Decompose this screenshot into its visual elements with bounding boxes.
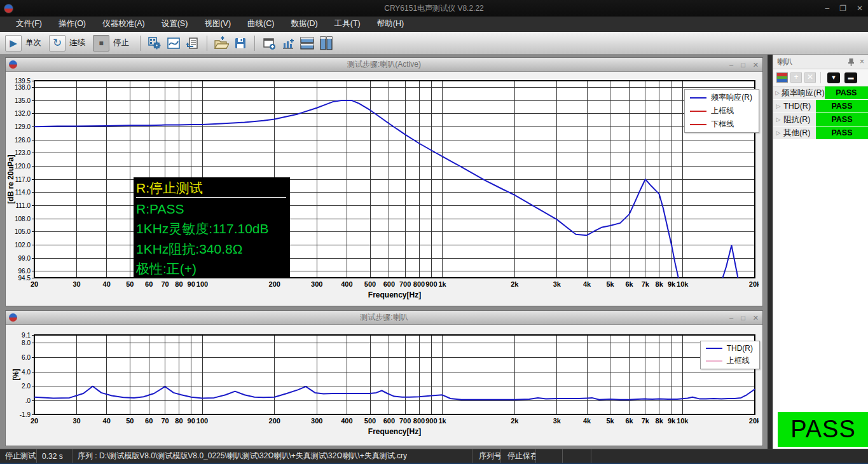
result-overlay: R:停止测试 R:PASS 1KHz灵敏度:117.10dB 1KHz阻抗:34… <box>134 177 290 278</box>
pushpin-icon[interactable] <box>848 58 855 66</box>
svg-text:600: 600 <box>383 417 395 425</box>
menu-item[interactable]: 文件(F) <box>9 17 49 31</box>
window1-maximize-button[interactable]: □ <box>741 61 745 69</box>
svg-text:100: 100 <box>196 417 208 425</box>
menu-item[interactable]: 曲线(C) <box>240 17 281 31</box>
svg-text:200: 200 <box>269 417 280 425</box>
menu-bar: 文件(F)操作(O)仪器校准(A)设置(S)视图(V)曲线(C)数据(D)工具(… <box>0 17 868 32</box>
open-file-button[interactable] <box>213 35 230 51</box>
svg-text:114.0: 114.0 <box>15 189 31 196</box>
minimize-button[interactable]: – <box>825 4 829 13</box>
legend-item: 频率响应(R) <box>690 92 752 103</box>
export-report-button[interactable] <box>184 35 201 51</box>
toolbar-separator <box>254 36 255 51</box>
menu-item[interactable]: 操作(O) <box>52 17 93 31</box>
run-continuous-label[interactable]: 连续 <box>69 38 85 48</box>
svg-text:4.0: 4.0 <box>22 369 31 376</box>
tile-horizontal-button[interactable] <box>299 35 315 51</box>
window2-maximize-button[interactable]: □ <box>741 314 745 322</box>
add-window-button[interactable] <box>261 35 277 51</box>
menu-item[interactable]: 数据(D) <box>284 17 324 31</box>
svg-text:117.0: 117.0 <box>15 176 31 183</box>
menu-item[interactable]: 帮助(H) <box>370 17 411 31</box>
window2-minimize-button[interactable]: – <box>729 314 733 322</box>
svg-text:4k: 4k <box>583 280 591 288</box>
expand-arrow-icon[interactable]: ▷ <box>773 100 783 113</box>
document-export-icon <box>186 36 200 50</box>
window1-minimize-button[interactable]: – <box>729 61 733 69</box>
run-single-label[interactable]: 单次 <box>25 38 41 48</box>
svg-text:10k: 10k <box>677 280 689 288</box>
run-continuous-button[interactable]: ↻ <box>49 35 65 51</box>
tile-vertical-button[interactable] <box>318 35 334 51</box>
panel-close-icon[interactable]: × <box>860 57 864 66</box>
new-window-plus-icon <box>262 36 276 50</box>
svg-text:20: 20 <box>31 417 38 425</box>
test-step-row[interactable]: ▷其他(R)PASS <box>773 126 868 140</box>
overlay-impedance: 1KHz阻抗:340.8Ω <box>136 240 286 258</box>
legend-line-swatch <box>706 348 722 349</box>
expand-arrow-icon[interactable]: ▷ <box>773 86 782 99</box>
legend-line-swatch <box>690 124 706 125</box>
svg-text:10k: 10k <box>677 417 689 425</box>
svg-text:1k: 1k <box>438 280 446 288</box>
test-step-label: 其他(R) <box>783 126 816 139</box>
curve-view-button[interactable] <box>165 35 182 51</box>
legend-item: 上框线 <box>706 355 753 366</box>
loop-icon: ↻ <box>53 36 62 50</box>
restore-button[interactable]: ❐ <box>839 4 846 13</box>
expand-toggle-button[interactable]: ▬ <box>844 72 857 83</box>
close-button[interactable]: ✕ <box>857 4 863 13</box>
test-result-list: ▷频率响应(R)PASS▷THD(R)PASS▷阻抗(R)PASS▷其他(R)P… <box>773 86 868 140</box>
test-steps-panel: 喇叭 × + ✕ ▼ ▬ ▷频率响应(R)PASS▷THD(R)PASS▷阻抗(… <box>773 55 868 449</box>
test-step-row[interactable]: ▷THD(R)PASS <box>773 100 868 113</box>
test-step-row[interactable]: ▷频率响应(R)PASS <box>773 86 868 100</box>
panel-header[interactable]: 喇叭 × <box>773 55 868 69</box>
overlay-polarity: 极性:正(+) <box>136 259 286 278</box>
svg-text:70: 70 <box>161 417 169 425</box>
svg-text:[dB re 20uPa]: [dB re 20uPa] <box>6 154 15 203</box>
panel-toolbar-separator <box>820 72 821 83</box>
layers-icon[interactable] <box>776 72 788 83</box>
svg-text:900: 900 <box>425 417 437 425</box>
svg-text:80: 80 <box>175 417 183 425</box>
svg-text:90: 90 <box>188 280 195 288</box>
svg-text:800: 800 <box>413 280 425 288</box>
legend-line-swatch <box>690 97 706 99</box>
panel-splitter[interactable] <box>768 55 773 449</box>
test-step-label: 频率响应(R) <box>782 86 824 99</box>
collapse-all-button[interactable]: ▼ <box>827 72 840 83</box>
window1-close-button[interactable]: ✕ <box>753 61 759 69</box>
svg-text:900: 900 <box>425 280 437 288</box>
expand-arrow-icon[interactable]: ▷ <box>773 126 783 139</box>
app-titlebar[interactable]: CRY6151电声测试仪 V8.2.22 – ❐ ✕ <box>0 0 868 17</box>
window2-close-button[interactable]: ✕ <box>753 314 759 322</box>
menu-item[interactable]: 设置(S) <box>155 17 195 31</box>
expand-arrow-icon[interactable]: ▷ <box>773 113 783 126</box>
svg-text:3k: 3k <box>553 417 561 425</box>
stop-button[interactable]: ■ <box>93 35 109 51</box>
delete-step-button[interactable]: ✕ <box>804 72 816 83</box>
menu-item[interactable]: 仪器校准(A) <box>95 17 152 31</box>
svg-text:30: 30 <box>72 280 80 288</box>
svg-text:Frequency[Hz]: Frequency[Hz] <box>368 290 421 299</box>
svg-text:6k: 6k <box>625 280 633 288</box>
window2-titlebar[interactable]: 测试步骤:喇叭 – □ ✕ <box>6 311 762 325</box>
menu-item[interactable]: 视图(V) <box>197 17 238 31</box>
test-step-row[interactable]: ▷阻抗(R)PASS <box>773 113 868 126</box>
menu-item[interactable]: 工具(T) <box>327 17 368 31</box>
svg-text:800: 800 <box>413 417 425 425</box>
save-button[interactable] <box>232 35 249 51</box>
add-chart-button[interactable] <box>280 35 296 51</box>
add-step-button[interactable]: + <box>790 72 802 83</box>
svg-text:9k: 9k <box>668 280 676 288</box>
svg-text:70: 70 <box>161 280 169 288</box>
overall-result-badge: PASS <box>778 412 868 447</box>
stop-label[interactable]: 停止 <box>113 38 129 48</box>
svg-text:40: 40 <box>103 280 111 288</box>
run-single-button[interactable]: ▶ <box>5 35 22 51</box>
test-settings-button[interactable] <box>146 35 163 51</box>
window1-titlebar[interactable]: 测试步骤:喇叭(Active) – □ ✕ <box>6 58 762 72</box>
svg-text:138.0: 138.0 <box>15 84 31 91</box>
svg-text:400: 400 <box>341 417 352 425</box>
